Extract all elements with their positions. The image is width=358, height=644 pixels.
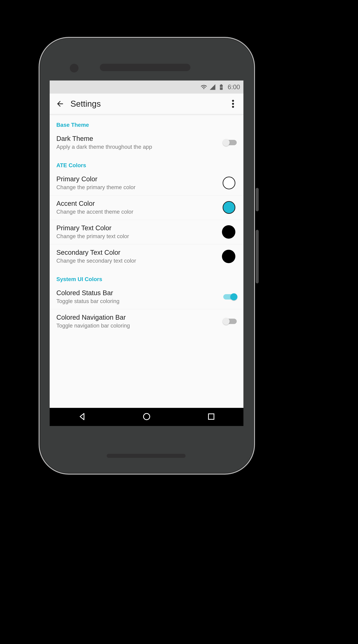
- toggle-colored-nav-bar[interactable]: [223, 319, 237, 324]
- color-swatch-secondary-text[interactable]: [222, 250, 235, 263]
- setting-colored-status-bar[interactable]: Colored Status Bar Toggle status bar col…: [50, 285, 244, 309]
- phone-earpiece: [100, 64, 190, 71]
- battery-icon: 100: [218, 84, 225, 90]
- color-swatch-accent[interactable]: [222, 201, 235, 214]
- setting-title: Primary Text Color: [56, 224, 222, 232]
- page-title: Settings: [70, 99, 227, 109]
- setting-subtitle: Toggle navigation bar coloring: [56, 322, 223, 329]
- setting-title: Dark Theme: [56, 135, 223, 142]
- nav-recents-button[interactable]: [206, 412, 216, 422]
- setting-primary-text-color[interactable]: Primary Text Color Change the primary te…: [50, 220, 244, 244]
- setting-primary-color[interactable]: Primary Color Change the primary theme c…: [50, 171, 244, 196]
- svg-point-3: [232, 106, 234, 108]
- wifi-icon: [200, 84, 207, 90]
- toggle-colored-status-bar[interactable]: [223, 294, 237, 300]
- svg-text:100: 100: [220, 86, 223, 88]
- svg-point-2: [232, 103, 234, 105]
- setting-title: Accent Color: [56, 200, 222, 207]
- toggle-dark-theme[interactable]: [223, 140, 237, 145]
- svg-point-4: [144, 414, 150, 420]
- settings-list[interactable]: Base Theme Dark Theme Apply a dark theme…: [50, 114, 244, 408]
- arrow-back-icon: [56, 100, 64, 108]
- svg-rect-5: [208, 414, 214, 420]
- triangle-back-icon: [77, 412, 87, 421]
- phone-side-button-power: [256, 188, 259, 211]
- section-header-base-theme: Base Theme: [50, 114, 244, 130]
- color-swatch-primary[interactable]: [222, 176, 235, 189]
- section-header-partial: Light UI Mode: [50, 334, 244, 341]
- system-nav-bar: [50, 408, 244, 426]
- setting-accent-color[interactable]: Accent Color Change the accent theme col…: [50, 196, 244, 220]
- section-header-ate-colors: ATE Colors: [50, 155, 244, 171]
- status-clock: 6:00: [228, 84, 240, 91]
- back-button[interactable]: [54, 98, 66, 110]
- cellular-signal-icon: [209, 84, 216, 90]
- setting-title: Colored Status Bar: [56, 289, 223, 297]
- setting-subtitle: Change the secondary text color: [56, 258, 222, 264]
- setting-subtitle: Change the accent theme color: [56, 209, 222, 215]
- color-swatch-primary-text[interactable]: [222, 225, 235, 239]
- overflow-menu-button[interactable]: [227, 98, 239, 110]
- section-header-system-ui-colors: System UI Colors: [50, 269, 244, 285]
- setting-colored-nav-bar[interactable]: Colored Navigation Bar Toggle navigation…: [50, 309, 244, 334]
- setting-title: Primary Color: [56, 175, 222, 183]
- setting-subtitle: Change the primary text color: [56, 233, 222, 240]
- setting-subtitle: Toggle status bar coloring: [56, 298, 223, 304]
- square-recents-icon: [206, 412, 216, 421]
- phone-camera: [70, 64, 78, 72]
- more-vert-icon: [232, 100, 234, 108]
- phone-bottom-speaker: [107, 454, 186, 458]
- setting-secondary-text-color[interactable]: Secondary Text Color Change the secondar…: [50, 244, 244, 269]
- setting-subtitle: Change the primary theme color: [56, 184, 222, 190]
- setting-title: Secondary Text Color: [56, 249, 222, 256]
- screen: 100 6:00 Settings Base Theme Dark Theme …: [50, 80, 244, 426]
- app-bar: Settings: [50, 94, 244, 114]
- svg-point-1: [232, 100, 234, 102]
- phone-side-button-volume: [256, 230, 259, 284]
- setting-title: Colored Navigation Bar: [56, 314, 223, 321]
- setting-subtitle: Apply a dark theme throughout the app: [56, 144, 223, 150]
- nav-home-button[interactable]: [142, 412, 151, 422]
- circle-home-icon: [142, 412, 151, 421]
- setting-dark-theme[interactable]: Dark Theme Apply a dark theme throughout…: [50, 130, 244, 155]
- status-bar: 100 6:00: [50, 80, 244, 94]
- nav-back-button[interactable]: [77, 412, 87, 422]
